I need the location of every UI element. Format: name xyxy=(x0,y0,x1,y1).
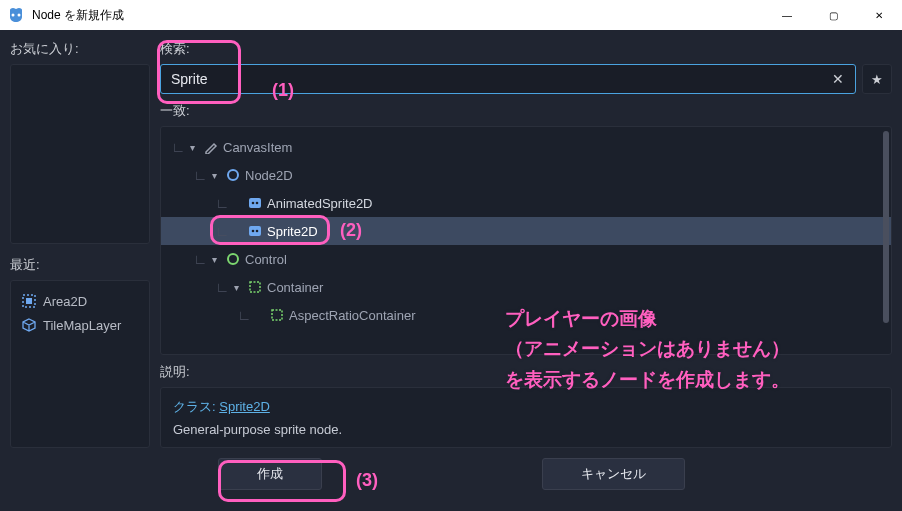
svg-point-1 xyxy=(18,14,21,17)
area2d-icon xyxy=(21,293,37,309)
svg-point-10 xyxy=(256,230,259,233)
sprite-icon xyxy=(247,223,263,239)
recent-label: 最近: xyxy=(10,256,150,274)
favorites-label: お気に入り: xyxy=(10,40,150,58)
search-label: 検索: xyxy=(160,40,892,58)
tree-item-canvasitem[interactable]: ∟▾CanvasItem xyxy=(161,133,891,161)
svg-point-6 xyxy=(252,202,255,205)
recent-item-area2d[interactable]: Area2D xyxy=(17,289,143,313)
tree-item-aspectratiocontainer[interactable]: ∟▾AspectRatioContainer xyxy=(161,301,891,329)
chevron-down-icon[interactable]: ▾ xyxy=(207,252,221,266)
tree-item-label: Node2D xyxy=(245,168,293,183)
svg-rect-12 xyxy=(250,282,260,292)
tilemap-icon xyxy=(21,317,37,333)
tree-guide: ∟ xyxy=(215,279,229,295)
svg-rect-3 xyxy=(26,298,32,304)
window-maximize-button[interactable]: ▢ xyxy=(810,0,856,30)
tree-guide: ∟ xyxy=(215,223,229,239)
tree-item-label: AspectRatioContainer xyxy=(289,308,415,323)
recent-item-label: TileMapLayer xyxy=(43,318,121,333)
tree-item-label: Sprite2D xyxy=(267,224,318,239)
create-button[interactable]: 作成 xyxy=(218,458,322,490)
svg-point-7 xyxy=(256,202,259,205)
chevron-down-icon[interactable]: ▾ xyxy=(229,280,243,294)
svg-rect-8 xyxy=(249,226,261,236)
window-minimize-button[interactable]: — xyxy=(764,0,810,30)
cancel-button[interactable]: キャンセル xyxy=(542,458,685,490)
favorites-panel xyxy=(10,64,150,244)
description-panel: クラス: Sprite2D General-purpose sprite nod… xyxy=(160,387,892,448)
match-label: 一致: xyxy=(160,102,892,120)
tree-item-animatedsprite2d[interactable]: ∟▾AnimatedSprite2D xyxy=(161,189,891,217)
tree-item-container[interactable]: ∟▾Container xyxy=(161,273,891,301)
class-prefix: クラス: xyxy=(173,399,219,414)
svg-point-4 xyxy=(228,170,238,180)
tree-guide: ∟ xyxy=(237,307,251,323)
tree-item-label: CanvasItem xyxy=(223,140,292,155)
tree-item-sprite2d[interactable]: ∟▾Sprite2D xyxy=(161,217,891,245)
canvasitem-icon xyxy=(203,139,219,155)
container-icon xyxy=(247,279,263,295)
tree-item-node2d[interactable]: ∟▾Node2D xyxy=(161,161,891,189)
window-title: Node を新規作成 xyxy=(32,7,764,24)
chevron-down-icon[interactable]: ▾ xyxy=(185,140,199,154)
tree-item-control[interactable]: ∟▾Control xyxy=(161,245,891,273)
node2d-icon xyxy=(225,167,241,183)
tree-guide: ∟ xyxy=(215,195,229,211)
tree-item-label: Container xyxy=(267,280,323,295)
class-link[interactable]: Sprite2D xyxy=(219,399,270,414)
favorite-toggle-button[interactable]: ★ xyxy=(862,64,892,94)
description-label: 説明: xyxy=(160,363,892,381)
recent-panel: Area2D TileMapLayer xyxy=(10,280,150,448)
svg-point-0 xyxy=(12,14,15,17)
container-icon xyxy=(269,307,285,323)
window-titlebar: Node を新規作成 — ▢ ✕ xyxy=(0,0,902,30)
tree-guide: ∟ xyxy=(193,251,207,267)
clear-search-button[interactable]: ✕ xyxy=(826,64,850,94)
description-text: General-purpose sprite node. xyxy=(173,422,879,437)
control-icon xyxy=(225,251,241,267)
svg-point-11 xyxy=(228,254,238,264)
svg-rect-5 xyxy=(249,198,261,208)
node-tree-panel: ∟▾CanvasItem∟▾Node2D∟▾AnimatedSprite2D∟▾… xyxy=(160,126,892,355)
tree-item-label: Control xyxy=(245,252,287,267)
chevron-down-icon[interactable]: ▾ xyxy=(207,168,221,182)
sprite-icon xyxy=(247,195,263,211)
recent-item-tilemaplayer[interactable]: TileMapLayer xyxy=(17,313,143,337)
svg-point-9 xyxy=(252,230,255,233)
tree-guide: ∟ xyxy=(193,167,207,183)
recent-item-label: Area2D xyxy=(43,294,87,309)
tree-scrollbar[interactable] xyxy=(883,131,889,350)
tree-item-label: AnimatedSprite2D xyxy=(267,196,373,211)
search-input[interactable] xyxy=(160,64,856,94)
svg-rect-13 xyxy=(272,310,282,320)
app-icon xyxy=(8,7,24,23)
tree-guide: ∟ xyxy=(171,139,185,155)
window-close-button[interactable]: ✕ xyxy=(856,0,902,30)
